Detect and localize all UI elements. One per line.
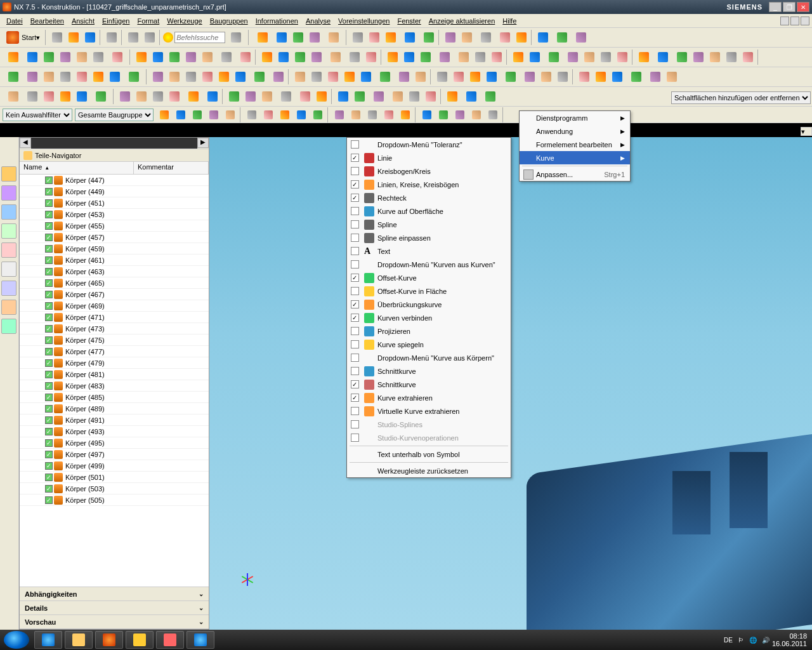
toolbar-button[interactable] <box>91 50 106 65</box>
visibility-checkbox[interactable]: ✓ <box>45 359 53 367</box>
mdi-restore-button[interactable] <box>790 17 799 25</box>
toolbar-button[interactable] <box>74 50 89 65</box>
toolbar-button[interactable] <box>544 50 564 65</box>
submenu-item[interactable]: ✓Linie <box>347 151 511 164</box>
toolbar-button[interactable] <box>324 30 344 45</box>
toolbar-button[interactable] <box>117 89 133 104</box>
toolbar-button[interactable] <box>259 89 275 104</box>
toolbar-button[interactable] <box>555 69 570 84</box>
toolbar-button[interactable] <box>400 30 420 45</box>
toolbar-button[interactable] <box>167 69 182 84</box>
menu-datei[interactable]: Datei <box>3 16 27 26</box>
submenu-item[interactable]: Projizieren <box>347 324 511 338</box>
toolbar-button[interactable] <box>74 89 89 104</box>
navigator-body-row[interactable]: ✓Körper (447) <box>20 175 209 186</box>
navigator-body-row[interactable]: ✓Körper (501) <box>20 472 209 483</box>
toolbar-button[interactable] <box>41 50 56 65</box>
toolbar-button[interactable] <box>58 50 73 65</box>
filter-button[interactable] <box>206 107 221 123</box>
toolbar-button[interactable] <box>167 50 182 65</box>
toolbar-button[interactable] <box>307 30 322 45</box>
filter-button[interactable] <box>348 107 363 123</box>
filter-button[interactable] <box>398 107 413 123</box>
tray-volume-icon[interactable]: 🔊 <box>762 637 769 644</box>
toolbar-button[interactable] <box>636 50 652 65</box>
toolbar-overflow[interactable]: ▾ <box>801 127 812 136</box>
sidetab-roles[interactable] <box>1 319 16 334</box>
toolbar-button[interactable] <box>615 50 630 65</box>
toolbar-button[interactable] <box>3 89 23 104</box>
sidetab-constraint[interactable] <box>1 204 16 220</box>
mdi-close-button[interactable] <box>801 17 809 25</box>
toolbar-button[interactable] <box>724 50 739 65</box>
visibility-checkbox[interactable]: ✓ <box>45 462 53 470</box>
toolbar-button[interactable] <box>249 69 270 84</box>
toggle-checkbox[interactable]: ✓ <box>351 180 359 189</box>
task-nx[interactable] <box>95 631 123 649</box>
toolbar-button[interactable] <box>407 89 422 104</box>
toolbar-button[interactable] <box>298 89 313 104</box>
menu-ansicht[interactable]: Ansicht <box>68 16 98 26</box>
filter-button[interactable] <box>381 107 396 123</box>
visibility-checkbox[interactable]: ✓ <box>45 336 53 344</box>
navigator-body-row[interactable]: ✓Körper (495) <box>20 437 209 449</box>
toolbar-button[interactable] <box>396 69 412 84</box>
toggle-checkbox[interactable]: ✓ <box>351 154 359 162</box>
navigator-body-row[interactable]: ✓Körper (485) <box>20 392 209 403</box>
toolbar-button[interactable] <box>413 69 428 84</box>
toolbar-button[interactable] <box>552 30 572 45</box>
toolbar-button[interactable] <box>421 30 436 45</box>
menu-informationen[interactable]: Informationen <box>252 16 302 26</box>
visibility-checkbox[interactable]: ✓ <box>45 188 53 196</box>
tray-flag-icon[interactable]: 🏳 <box>738 637 744 644</box>
submenu-item[interactable]: Offset-Kurve in Fläche <box>347 284 511 298</box>
visibility-checkbox[interactable]: ✓ <box>45 256 53 264</box>
navigator-body-row[interactable]: ✓Körper (463) <box>20 266 209 277</box>
toolbar-button[interactable] <box>276 50 291 65</box>
navigator-body-row[interactable]: ✓Körper (479) <box>20 357 209 369</box>
visibility-checkbox[interactable]: ✓ <box>45 234 53 241</box>
toolbar-button[interactable] <box>325 69 341 84</box>
toggle-checkbox[interactable] <box>351 407 359 415</box>
filter-button[interactable] <box>436 107 451 123</box>
submenu-item[interactable]: ✓Kurven verbinden <box>347 311 511 324</box>
toolbar-button[interactable] <box>369 89 389 104</box>
toolbar-button[interactable] <box>291 30 306 45</box>
toolbar-button[interactable] <box>468 69 483 84</box>
sidetab-hd3d[interactable] <box>1 242 16 258</box>
visibility-checkbox[interactable]: ✓ <box>45 245 53 253</box>
toolbar-button[interactable] <box>205 89 220 104</box>
filter-button[interactable] <box>452 107 468 123</box>
toolbar-button[interactable] <box>582 50 597 65</box>
start-orb[interactable] <box>4 631 29 649</box>
sidetab-history[interactable] <box>1 281 16 296</box>
toolbar-button[interactable] <box>573 30 589 45</box>
mdi-minimize-button[interactable] <box>780 17 789 25</box>
visibility-checkbox[interactable]: ✓ <box>45 474 53 481</box>
navigator-body-row[interactable]: ✓Körper (483) <box>20 380 209 392</box>
navigator-body-row[interactable]: ✓Körper (459) <box>20 243 209 255</box>
toggle-checkbox[interactable] <box>351 367 359 375</box>
menu-item[interactable]: Formelement bearbeiten▶ <box>520 138 630 151</box>
toolbar-button[interactable] <box>183 69 199 84</box>
filter-button[interactable] <box>365 107 380 123</box>
redo-button[interactable] <box>142 30 157 45</box>
add-remove-select[interactable]: Schaltflächen hinzufügen oder entfernen <box>671 91 811 104</box>
navigator-body-row[interactable]: ✓Körper (453) <box>20 209 209 220</box>
toolbar-button[interactable] <box>473 50 488 65</box>
toolbar-button[interactable] <box>233 69 248 84</box>
toggle-checkbox[interactable] <box>351 260 359 269</box>
submenu-item[interactable]: Schnittkurve <box>347 364 511 378</box>
toolbar-button[interactable] <box>514 30 529 45</box>
visibility-checkbox[interactable]: ✓ <box>45 211 53 218</box>
toolbar-button[interactable] <box>626 69 646 84</box>
menu-voreinstellungen[interactable]: Voreinstellungen <box>334 16 393 26</box>
toolbar-button[interactable] <box>598 50 613 65</box>
menu-fenster[interactable]: Fenster <box>393 16 424 26</box>
sidetab-navigator[interactable] <box>1 166 16 182</box>
toggle-checkbox[interactable] <box>351 207 359 215</box>
toggle-checkbox[interactable]: ✓ <box>351 314 359 322</box>
visibility-checkbox[interactable]: ✓ <box>45 291 53 298</box>
toolbar-button[interactable] <box>252 30 273 45</box>
filter-button[interactable] <box>173 107 188 123</box>
